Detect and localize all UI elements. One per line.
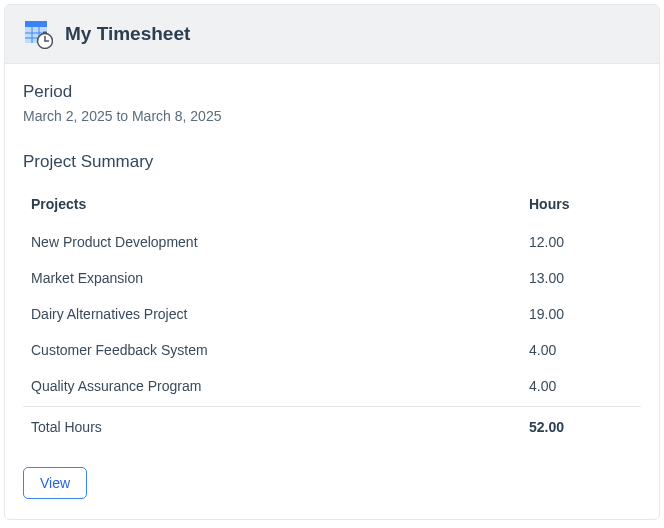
- project-name: Quality Assurance Program: [23, 368, 521, 407]
- svg-rect-9: [43, 32, 47, 34]
- card-title: My Timesheet: [65, 23, 190, 45]
- project-hours: 13.00: [521, 260, 641, 296]
- col-hours: Hours: [521, 186, 641, 224]
- table-header-row: Projects Hours: [23, 186, 641, 224]
- view-button[interactable]: View: [23, 467, 87, 499]
- table-row: Dairy Alternatives Project 19.00: [23, 296, 641, 332]
- actions: View: [23, 467, 641, 499]
- table-row: Quality Assurance Program 4.00: [23, 368, 641, 407]
- card-header: My Timesheet: [5, 5, 659, 64]
- project-summary-table: Projects Hours New Product Development 1…: [23, 186, 641, 445]
- project-hours: 19.00: [521, 296, 641, 332]
- timesheet-card: My Timesheet Period March 2, 2025 to Mar…: [4, 4, 660, 520]
- table-row: Market Expansion 13.00: [23, 260, 641, 296]
- card-body: Period March 2, 2025 to March 8, 2025 Pr…: [5, 64, 659, 519]
- total-hours: 52.00: [521, 407, 641, 446]
- col-projects: Projects: [23, 186, 521, 224]
- period-value: March 2, 2025 to March 8, 2025: [23, 108, 641, 124]
- period-label: Period: [23, 82, 641, 102]
- timesheet-icon: [23, 19, 53, 49]
- table-row: New Product Development 12.00: [23, 224, 641, 260]
- svg-rect-1: [25, 21, 47, 27]
- project-hours: 12.00: [521, 224, 641, 260]
- project-name: Customer Feedback System: [23, 332, 521, 368]
- project-hours: 4.00: [521, 332, 641, 368]
- project-name: Market Expansion: [23, 260, 521, 296]
- summary-title: Project Summary: [23, 152, 641, 172]
- total-row: Total Hours 52.00: [23, 407, 641, 446]
- project-name: Dairy Alternatives Project: [23, 296, 521, 332]
- project-hours: 4.00: [521, 368, 641, 407]
- total-label: Total Hours: [23, 407, 521, 446]
- table-row: Customer Feedback System 4.00: [23, 332, 641, 368]
- project-name: New Product Development: [23, 224, 521, 260]
